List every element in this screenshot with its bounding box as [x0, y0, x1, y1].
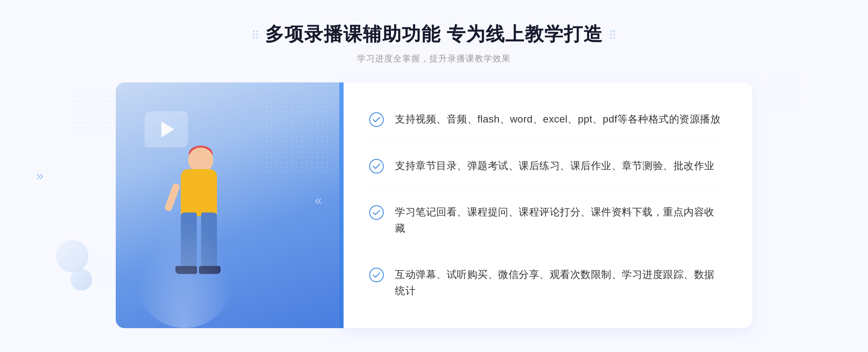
bg-dots-left: [72, 90, 116, 134]
dot: [610, 37, 612, 39]
svg-point-2: [370, 206, 383, 219]
dot: [253, 37, 255, 39]
content-area: «: [116, 82, 752, 328]
check-icon-3: [369, 205, 384, 220]
dot: [256, 37, 258, 39]
feature-text-4: 互动弹幕、试听购买、微信分享、观看次数限制、学习进度跟踪、数据统计: [395, 267, 723, 299]
check-icon-2: [369, 159, 384, 174]
illus-arrows: «: [315, 193, 322, 208]
svg-point-0: [370, 113, 383, 126]
check-icon-1: [369, 112, 384, 127]
svg-point-1: [370, 159, 383, 173]
person-torso: [181, 169, 217, 216]
title-dots-left: [253, 30, 258, 39]
subtitle: 学习进度全掌握，提升录播课教学效果: [253, 53, 615, 64]
deco-circle-2: [71, 269, 92, 291]
dot: [613, 34, 615, 35]
bg-dots-right: [767, 72, 803, 108]
feature-text-2: 支持章节目录、弹题考试、课后练习、课后作业、章节测验、批改作业: [395, 158, 715, 174]
dot: [610, 30, 612, 32]
person-arm-down: [164, 183, 180, 212]
accent-bar: [339, 82, 344, 328]
feature-item-1: 支持视频、音频、flash、word、excel、ppt、pdf等各种格式的资源…: [369, 100, 723, 139]
dot: [613, 30, 615, 32]
arrow-left-decoration: »: [36, 168, 43, 184]
svg-point-3: [370, 268, 383, 282]
header-section: 多项录播课辅助功能 专为线上教学打造 学习进度全掌握，提升录播课教学效果: [253, 22, 615, 64]
deco-circle-1: [56, 240, 89, 272]
page-wrapper: » 多项录播课辅助功能 专为线上教学打造: [0, 0, 868, 352]
main-title: 多项录播课辅助功能 专为线上教学打造: [265, 22, 603, 47]
header-title-row: 多项录播课辅助功能 专为线上教学打造: [253, 22, 615, 47]
feature-item-4: 互动弹幕、试听购买、微信分享、观看次数限制、学习进度跟踪、数据统计: [369, 256, 723, 310]
check-icon-4: [369, 267, 384, 283]
dot: [613, 37, 615, 39]
dot: [256, 34, 258, 35]
illustration-panel: «: [116, 82, 340, 328]
light-beam: [134, 220, 235, 328]
feature-item-2: 支持章节目录、弹题考试、课后练习、课后作业、章节测验、批改作业: [369, 147, 723, 185]
title-dots-right: [610, 30, 615, 39]
feature-text-3: 学习笔记回看、课程提问、课程评论打分、课件资料下载，重点内容收藏: [395, 204, 723, 237]
features-panel: 支持视频、音频、flash、word、excel、ppt、pdf等各种格式的资源…: [340, 82, 752, 328]
feature-item-3: 学习笔记回看、课程提问、课程评论打分、课件资料下载，重点内容收藏: [369, 193, 723, 248]
illus-dots: [264, 104, 329, 176]
dot: [253, 30, 255, 32]
dot: [610, 34, 612, 35]
dot: [253, 34, 255, 35]
feature-text-1: 支持视频、音频、flash、word、excel、ppt、pdf等各种格式的资源…: [395, 111, 720, 128]
dot: [256, 30, 258, 32]
